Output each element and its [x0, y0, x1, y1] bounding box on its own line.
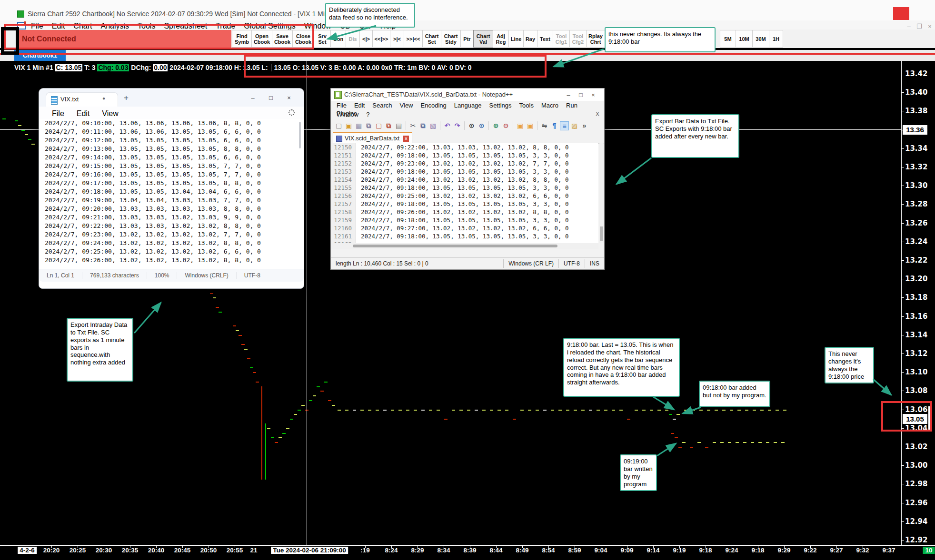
doc-map-icon[interactable]: ≡ — [560, 121, 569, 130]
toolbar-button-5m[interactable]: 5M — [720, 30, 736, 48]
print-icon[interactable]: ▤ — [394, 121, 403, 130]
minimize-icon[interactable]: – — [904, 23, 914, 30]
toolbar-button-ptr[interactable]: Ptr — [460, 30, 474, 48]
npp-menu-settings[interactable]: Settings — [486, 101, 516, 109]
doc-close-icon[interactable]: X — [596, 111, 599, 118]
undo-icon[interactable]: ↶ — [443, 121, 452, 130]
toolbar-button-adj-reg[interactable]: AdjReg — [493, 30, 509, 48]
new-file-icon[interactable]: ▢ — [334, 121, 343, 130]
toolbar-button-rplay-chrt[interactable]: RplayChrt — [586, 30, 605, 48]
restore-icon[interactable]: ❐ — [914, 23, 925, 30]
price-bar — [743, 442, 746, 443]
overflow-chevron-icon[interactable]: » — [580, 121, 589, 130]
show-symbol-icon[interactable]: ¶ — [550, 121, 559, 130]
toolbar-button-chart-val[interactable]: ChartVal — [473, 30, 493, 48]
wrap-icon[interactable]: ⇋ — [540, 121, 549, 130]
notepad-menu-file[interactable]: File — [46, 108, 70, 119]
toolbar-button-10m[interactable]: 10M — [736, 30, 753, 48]
price-bar — [317, 386, 320, 387]
sync-v-icon[interactable]: ▣ — [516, 121, 525, 130]
price-bar — [320, 391, 324, 392]
close-icon[interactable]: × — [587, 91, 599, 98]
notepadpp-vscroll-thumb[interactable] — [600, 226, 603, 241]
npp-menu-?[interactable]: ? — [362, 110, 373, 118]
npp-menu-search[interactable]: Search — [368, 101, 396, 109]
notepadpp-doc-tab[interactable]: VIX.scid_BarData.txt × — [333, 132, 412, 144]
find-icon[interactable]: ⊙ — [467, 121, 476, 130]
open-file-icon[interactable]: ▣ — [344, 121, 353, 130]
toolbar-button-srv-set[interactable]: SrvSet — [314, 30, 331, 48]
toolbar-button-tool-cfg1[interactable]: ToolCfg1 — [553, 30, 570, 48]
time-axis[interactable]: 4-2-620:2020:2520:3020:3520:4020:4520:50… — [0, 545, 935, 556]
npp-menu-language[interactable]: Language — [450, 101, 486, 109]
npp-menu-tools[interactable]: Tools — [516, 101, 537, 109]
notepad-scrollbar[interactable] — [299, 122, 301, 148]
toolbar-button-chart-stdy[interactable]: ChartStdy — [441, 30, 461, 48]
status-eol: Windows (CR LF) — [503, 259, 558, 268]
maximize-icon[interactable]: □ — [262, 94, 280, 101]
copy-icon[interactable]: ⧉ — [418, 121, 428, 130]
new-tab-button[interactable]: + — [124, 93, 129, 103]
notepad-tab[interactable]: VIX.txt ● — [46, 92, 118, 107]
zoom-in-icon[interactable]: ⊕ — [491, 121, 500, 130]
replace-icon[interactable]: ⊙ — [477, 121, 486, 130]
notepad-menu-edit[interactable]: Edit — [70, 108, 96, 119]
notepadpp-title-bar[interactable]: C:\SierraChart_TEST\Data\VIX.scid_BarDat… — [331, 88, 604, 101]
price-label: 13.24 — [905, 237, 927, 246]
code-line: 121532024/2/7, 09:18:00, 13.05, 13.05, 1… — [331, 167, 598, 176]
toolbar-button--[interactable]: <<|>> — [372, 30, 390, 48]
sync-h-icon[interactable]: ▣ — [526, 121, 535, 130]
notepadpp-text-area[interactable]: 121502024/2/7, 09:22:00, 13.03, 13.03, 1… — [331, 143, 598, 243]
toolbar-button--[interactable]: >>|<< — [404, 30, 423, 48]
close-tab-icon[interactable]: × — [403, 136, 409, 142]
toolbar-button-chart-set[interactable]: ChartSet — [422, 30, 441, 48]
npp-menu-view[interactable]: View — [396, 101, 417, 109]
notepad-text-area[interactable]: 2024/2/7, 09:10:00, 13.06, 13.06, 13.06,… — [39, 119, 296, 265]
npp-menu-window[interactable]: Window — [333, 110, 362, 118]
toolbar-separator — [464, 121, 465, 130]
minimize-icon[interactable]: – — [562, 91, 575, 98]
toolbar-button-ray[interactable]: Ray — [523, 30, 537, 48]
macro-icon[interactable]: ▨ — [570, 121, 579, 130]
code-line: 121552024/2/7, 09:18:00, 13.05, 13.05, 1… — [331, 184, 598, 192]
toolbar-separator — [488, 121, 489, 130]
minimize-icon[interactable]: – — [244, 94, 262, 101]
close-doc-icon[interactable]: ▢ — [374, 121, 383, 130]
toolbar-button--[interactable]: >|< — [390, 30, 404, 48]
npp-menu-file[interactable]: File — [333, 101, 350, 109]
toolbar-button--[interactable]: <|> — [359, 30, 373, 48]
close-all-icon[interactable]: ⧉ — [384, 121, 393, 130]
close-icon[interactable]: × — [925, 23, 935, 30]
toolbar-button-con[interactable]: Con — [330, 30, 346, 48]
gear-icon[interactable] — [288, 109, 295, 116]
toolbar-button-text[interactable]: Text — [537, 30, 553, 48]
chartbook-tab[interactable]: Chartbook1 — [14, 50, 66, 61]
notepad-title-bar[interactable]: VIX.txt ● + –□× — [39, 88, 304, 107]
npp-menu-run[interactable]: Run — [562, 101, 581, 109]
toolbar-button-dis[interactable]: Dis — [346, 30, 360, 48]
toolbar-button-line[interactable]: Line — [508, 30, 524, 48]
time-tick — [418, 546, 418, 548]
npp-menu-macro[interactable]: Macro — [537, 101, 562, 109]
maximize-icon[interactable]: □ — [575, 91, 587, 98]
save-all-icon[interactable]: ⧉ — [364, 121, 373, 130]
price-bar — [697, 442, 701, 443]
zoom-out-icon[interactable]: ⊖ — [501, 121, 510, 130]
redo-icon[interactable]: ↷ — [453, 121, 462, 130]
save-icon[interactable]: ▦ — [354, 121, 363, 130]
notepad-menu-view[interactable]: View — [96, 108, 124, 119]
line-number: 12153 — [331, 167, 356, 176]
price-bar — [776, 410, 779, 411]
code-line: 121502024/2/7, 09:22:00, 13.03, 13.03, 1… — [331, 143, 598, 151]
code-line: 121512024/2/7, 09:18:00, 13.05, 13.05, 1… — [331, 151, 598, 159]
npp-menu-encoding[interactable]: Encoding — [417, 101, 450, 109]
toolbar-button-tool-cfg2[interactable]: ToolCfg2 — [569, 30, 587, 48]
paste-icon[interactable]: ▧ — [428, 121, 438, 130]
toolbar-button-1h[interactable]: 1H — [769, 30, 783, 48]
toolbar-button-30m[interactable]: 30M — [752, 30, 769, 48]
close-icon[interactable]: × — [280, 94, 298, 101]
notepadpp-hscroll-thumb[interactable] — [353, 245, 557, 247]
price-bar — [2, 118, 6, 119]
npp-menu-edit[interactable]: Edit — [350, 101, 368, 109]
cut-icon[interactable]: ✂ — [408, 121, 418, 130]
